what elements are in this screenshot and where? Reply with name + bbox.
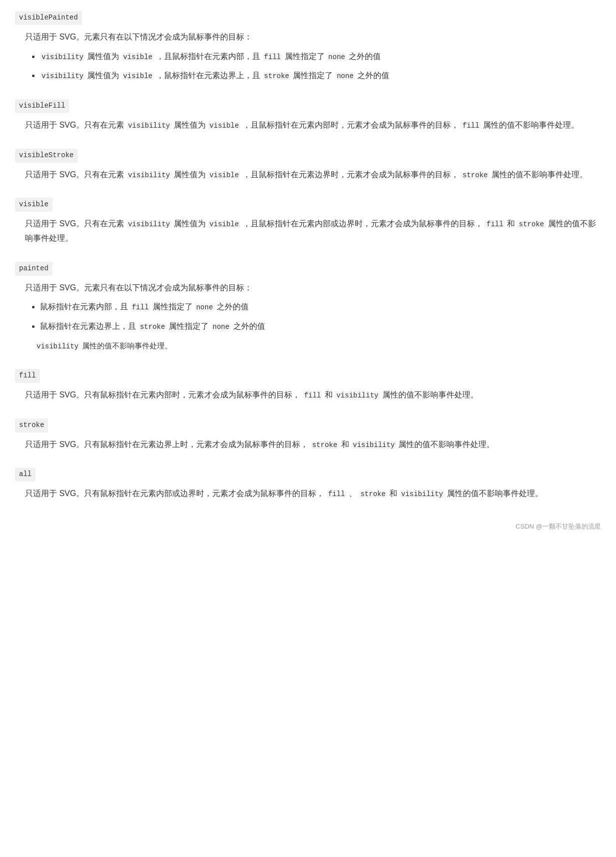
intro-fill: 只适用于 SVG。只有鼠标指针在元素内部时，元素才会成为鼠标事件的目标， fil… [25, 388, 601, 402]
intro-painted: 只适用于 SVG。元素只有在以下情况才会成为鼠标事件的目标： [25, 281, 601, 295]
footer-text: CSDN @一颗不甘坠落的流星 [515, 523, 601, 530]
bullet-item: 鼠标指针在元素内部，且 fill 属性指定了 none 之外的值 [40, 300, 601, 314]
badge-stroke: stroke [15, 418, 48, 433]
section-body-painted: 只适用于 SVG。元素只有在以下情况才会成为鼠标事件的目标： 鼠标指针在元素内部… [15, 281, 601, 353]
section-visibleFill: visibleFill 只适用于 SVG。只有在元素 visibility 属性… [15, 98, 601, 133]
section-visible: visible 只适用于 SVG。只有在元素 visibility 属性值为 v… [15, 197, 601, 245]
intro-visibleFill: 只适用于 SVG。只有在元素 visibility 属性值为 visible ，… [25, 118, 601, 133]
intro-all: 只适用于 SVG。只有鼠标指针在元素内部或边界时，元素才会成为鼠标事件的目标， … [25, 487, 601, 501]
intro-visiblePainted: 只适用于 SVG。元素只有在以下情况才会成为鼠标事件的目标： [25, 30, 601, 45]
bullet-item: 鼠标指针在元素边界上，且 stroke 属性指定了 none 之外的值 [40, 319, 601, 334]
section-body-all: 只适用于 SVG。只有鼠标指针在元素内部或边界时，元素才会成为鼠标事件的目标， … [15, 487, 601, 501]
badge-fill: fill [15, 369, 40, 383]
note-painted: visibility 属性的值不影响事件处理。 [25, 339, 601, 353]
section-body-visibleFill: 只适用于 SVG。只有在元素 visibility 属性值为 visible ，… [15, 118, 601, 133]
section-body-visible: 只适用于 SVG。只有在元素 visibility 属性值为 visible ，… [15, 217, 601, 246]
bullet-item: visibility 属性值为 visible ，鼠标指针在元素边界上，且 st… [40, 69, 601, 83]
badge-visibleFill: visibleFill [15, 99, 69, 113]
section-body-fill: 只适用于 SVG。只有鼠标指针在元素内部时，元素才会成为鼠标事件的目标， fil… [15, 388, 601, 402]
section-fill: fill 只适用于 SVG。只有鼠标指针在元素内部时，元素才会成为鼠标事件的目标… [15, 368, 601, 402]
section-painted: painted 只适用于 SVG。元素只有在以下情况才会成为鼠标事件的目标： 鼠… [15, 261, 601, 353]
intro-visible: 只适用于 SVG。只有在元素 visibility 属性值为 visible ，… [25, 217, 601, 246]
section-body-visiblePainted: 只适用于 SVG。元素只有在以下情况才会成为鼠标事件的目标： visibilit… [15, 30, 601, 83]
section-visiblePainted: visiblePainted 只适用于 SVG。元素只有在以下情况才会成为鼠标事… [15, 10, 601, 83]
badge-painted: painted [15, 262, 53, 276]
badge-visibleStroke: visibleStroke [15, 149, 78, 163]
bullet-item: visibility 属性值为 visible ，且鼠标指针在元素内部，且 fi… [40, 50, 601, 64]
section-body-visibleStroke: 只适用于 SVG。只有在元素 visibility 属性值为 visible ，… [15, 168, 601, 182]
footer: CSDN @一颗不甘坠落的流星 [15, 521, 601, 532]
intro-stroke: 只适用于 SVG。只有鼠标指针在元素边界上时，元素才会成为鼠标事件的目标， st… [25, 438, 601, 452]
section-body-stroke: 只适用于 SVG。只有鼠标指针在元素边界上时，元素才会成为鼠标事件的目标， st… [15, 438, 601, 452]
bullets-painted: 鼠标指针在元素内部，且 fill 属性指定了 none 之外的值 鼠标指针在元素… [25, 300, 601, 334]
intro-visibleStroke: 只适用于 SVG。只有在元素 visibility 属性值为 visible ，… [25, 168, 601, 182]
bullets-visiblePainted: visibility 属性值为 visible ，且鼠标指针在元素内部，且 fi… [25, 50, 601, 84]
section-visibleStroke: visibleStroke 只适用于 SVG。只有在元素 visibility … [15, 148, 601, 182]
section-all: all 只适用于 SVG。只有鼠标指针在元素内部或边界时，元素才会成为鼠标事件的… [15, 467, 601, 501]
badge-visiblePainted: visiblePainted [15, 11, 82, 25]
badge-all: all [15, 468, 36, 482]
section-stroke: stroke 只适用于 SVG。只有鼠标指针在元素边界上时，元素才会成为鼠标事件… [15, 417, 601, 452]
badge-visible: visible [15, 198, 53, 212]
